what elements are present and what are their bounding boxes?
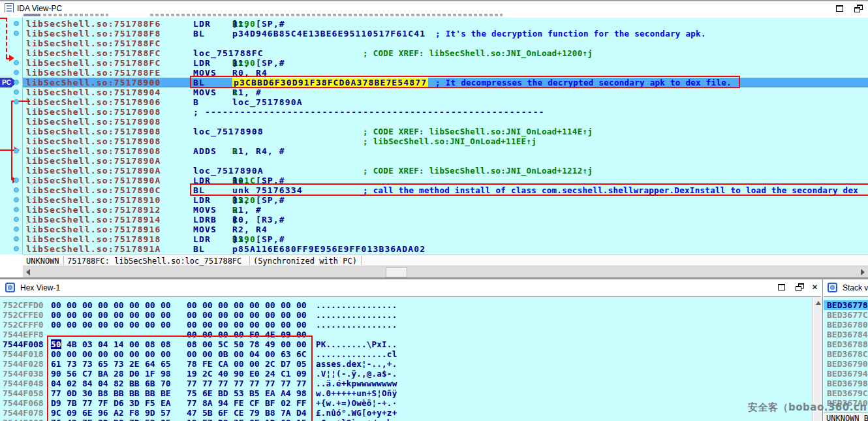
- line-marker-dot[interactable]: [14, 187, 19, 193]
- hex-byte[interactable]: 00: [114, 310, 124, 320]
- hex-restore-button[interactable]: [795, 283, 806, 292]
- hex-byte[interactable]: 00: [82, 310, 93, 320]
- hex-byte[interactable]: 00: [98, 300, 108, 310]
- hex-byte[interactable]: 00: [145, 310, 155, 320]
- hex-byte[interactable]: 00: [67, 300, 77, 310]
- hex-byte[interactable]: 00: [202, 310, 213, 320]
- hex-ascii[interactable]: +{w.+=)Owèö¦-+.·: [316, 398, 397, 408]
- line-marker-dot[interactable]: [14, 207, 19, 212]
- line-marker-dot[interactable]: [14, 148, 19, 153]
- hex-ascii[interactable]: .V¦¦(-.ÿ.,@.a$-.: [316, 369, 397, 379]
- disasm-line[interactable]: libSecShell.so:7517891ABLp85A116E680FF9E…: [0, 244, 868, 254]
- hex-ascii[interactable]: PK........\PxI..: [316, 339, 397, 349]
- hex-ascii[interactable]: ..............cl: [316, 349, 397, 359]
- line-marker-dot[interactable]: [14, 31, 19, 36]
- hex-byte[interactable]: 00: [187, 310, 197, 320]
- hex-row[interactable]: 752CFFE000000000000000000000000000000000…: [0, 310, 812, 320]
- hex-byte[interactable]: 00: [129, 310, 140, 320]
- hex-byte[interactable]: 00: [202, 320, 213, 330]
- disasm-line[interactable]: libSecShell.so:75178908: [0, 117, 868, 127]
- hex-byte[interactable]: 00: [218, 320, 228, 330]
- hex-byte[interactable]: 00: [129, 300, 140, 310]
- disasm-line[interactable]: libSecShell.so:751788F6LDRR1, [SP,#0x90]: [0, 19, 868, 29]
- hex-byte[interactable]: 00: [296, 320, 307, 330]
- disasm-line[interactable]: libSecShell.so:75178918LDRR3, [SP,#0x90]: [0, 234, 868, 244]
- disasm-line[interactable]: libSecShell.so:7517890A: [0, 156, 868, 166]
- hex-byte[interactable]: 00: [187, 300, 197, 310]
- hex-byte[interactable]: 00: [82, 320, 93, 330]
- disasm-line[interactable]: libSecShell.so:75178908ADDSR1, R4, #0: [0, 146, 868, 156]
- stack-address-row[interactable]: BED36790: [824, 359, 868, 369]
- disasm-line[interactable]: libSecShell.so:75178908; libSecShell.so:…: [0, 136, 868, 146]
- hex-scroll-up-button[interactable]: [813, 297, 822, 307]
- hex-byte[interactable]: 00: [296, 300, 307, 310]
- hex-ascii[interactable]: ..ä.é+kpwwwwwwww: [316, 379, 397, 388]
- hex-view-titlebar[interactable]: Hex View-1 ✕: [0, 279, 821, 297]
- hex-byte[interactable]: 00: [249, 320, 260, 330]
- stack-address-row[interactable]: BED36784: [824, 330, 868, 339]
- disasm-line[interactable]: libSecShell.so:75178910LDRR3, [SP,#0x20]: [0, 195, 868, 205]
- hex-ascii[interactable]: asses.dex¦-..,+.: [316, 359, 397, 369]
- hex-byte[interactable]: 00: [218, 300, 228, 310]
- stack-address-row[interactable]: BED36780: [824, 320, 868, 330]
- line-marker-dot[interactable]: [14, 246, 19, 251]
- hex-byte[interactable]: 00: [296, 310, 307, 320]
- disasm-line[interactable]: libSecShell.so:75178916MOVSR2, R4: [0, 225, 868, 234]
- disasm-line[interactable]: libSecShell.so:751788F8BLp34D946B85C4E13…: [0, 29, 868, 39]
- stack-address-row[interactable]: BED36778: [824, 300, 868, 310]
- line-marker-dot[interactable]: [14, 217, 19, 222]
- hex-ascii[interactable]: £.nûó°.WG[o+y+z+: [316, 408, 397, 418]
- hex-byte[interactable]: 00: [51, 320, 61, 330]
- hex-byte[interactable]: 00: [187, 320, 197, 330]
- disasm-line[interactable]: libSecShell.so:75178908loc_75178908; COD…: [0, 127, 868, 136]
- hex-byte[interactable]: 00: [202, 300, 213, 310]
- stack-address-row[interactable]: BED3677C: [824, 310, 868, 320]
- hex-byte[interactable]: 00: [98, 310, 108, 320]
- hex-ascii[interactable]: ................: [316, 310, 397, 320]
- line-marker-dot[interactable]: [14, 197, 19, 202]
- hex-ascii[interactable]: ................: [316, 300, 397, 310]
- hex-byte[interactable]: 00: [249, 310, 260, 320]
- hex-byte[interactable]: 00: [114, 300, 124, 310]
- stack-address-row[interactable]: BED36794: [824, 369, 868, 379]
- hex-row[interactable]: 752CFFF000000000000000000000000000000000…: [0, 320, 812, 330]
- hex-byte[interactable]: 00: [234, 310, 244, 320]
- hex-byte[interactable]: 00: [67, 310, 77, 320]
- hex-row[interactable]: 752CFFD000000000000000000000000000000000…: [0, 300, 812, 310]
- hex-ascii[interactable]: w.0+++++un+S¦Oñÿ: [316, 388, 397, 398]
- disasm-line[interactable]: libSecShell.so:75178912MOVSR1, #0: [0, 205, 868, 215]
- hex-byte[interactable]: 00: [265, 320, 275, 330]
- disasm-line[interactable]: libSecShell.so:75178904MOVSR1, #1: [0, 87, 868, 97]
- line-marker-dot[interactable]: [14, 60, 19, 65]
- hex-byte[interactable]: 00: [161, 300, 171, 310]
- disasm-line[interactable]: libSecShell.so:75178914LDRBR0, [R3,#1]: [0, 215, 868, 225]
- hex-byte[interactable]: 00: [234, 320, 244, 330]
- line-marker-dot[interactable]: [14, 89, 19, 95]
- hex-byte[interactable]: 00: [145, 300, 155, 310]
- scroll-right-button[interactable]: [857, 266, 868, 278]
- line-marker-dot[interactable]: [14, 178, 19, 183]
- hex-byte[interactable]: 00: [145, 320, 155, 330]
- hex-byte[interactable]: 00: [281, 320, 291, 330]
- disasm-line[interactable]: libSecShell.so:75178908; ---------------…: [0, 107, 868, 117]
- hex-byte[interactable]: 00: [281, 310, 291, 320]
- hex-byte[interactable]: 00: [129, 320, 140, 330]
- scroll-left-button[interactable]: [23, 266, 34, 278]
- stack-view-titlebar[interactable]: Stack vi: [824, 279, 868, 297]
- hex-byte[interactable]: 00: [82, 300, 93, 310]
- stack-address-row[interactable]: BED3679C: [824, 388, 868, 398]
- line-marker-dot[interactable]: [14, 70, 19, 75]
- hex-byte[interactable]: 00: [114, 320, 124, 330]
- disasm-line[interactable]: libSecShell.so:751788FC: [0, 39, 868, 48]
- hex-byte[interactable]: 00: [281, 300, 291, 310]
- hex-byte[interactable]: 00: [249, 300, 260, 310]
- disasm-line[interactable]: libSecShell.so:7517890Aloc_7517890A; COD…: [0, 166, 868, 176]
- disasm-line[interactable]: libSecShell.so:75178906Bloc_7517890A: [0, 97, 868, 107]
- line-marker-dot[interactable]: [14, 236, 19, 242]
- hex-byte[interactable]: 00: [98, 320, 108, 330]
- hex-ascii[interactable]: ................: [316, 320, 397, 330]
- disasm-line[interactable]: libSecShell.so:751788FCLDRR1, [SP,#0x90]: [0, 58, 868, 68]
- disasm-line[interactable]: libSecShell.so:751788FCloc_751788FC; COD…: [0, 48, 868, 58]
- disassembly-hscrollbar[interactable]: [23, 266, 868, 277]
- hex-byte[interactable]: 00: [218, 310, 228, 320]
